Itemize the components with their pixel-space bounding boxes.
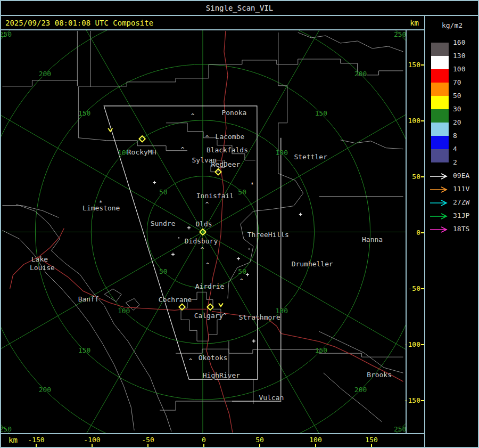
- ring-label: 50: [159, 188, 168, 196]
- bottom-axis-label: 150: [365, 436, 377, 444]
- station-row: 31JP: [425, 209, 479, 223]
- city-label: Vulcan: [259, 394, 284, 402]
- ring-label: 50: [238, 267, 246, 275]
- plus-marker: [171, 252, 175, 256]
- caret-marker: ^: [205, 201, 209, 208]
- city-label: Lake: [31, 255, 48, 263]
- city-label: Louise: [30, 264, 55, 272]
- legend-value: 70: [453, 78, 461, 86]
- ring-label: 150: [78, 109, 90, 117]
- legend-swatch: [431, 149, 449, 162]
- bottom-axis-tick: [92, 444, 93, 447]
- legend-swatch: [431, 43, 449, 56]
- legend-swatch: [431, 96, 449, 109]
- station-label: 27ZW: [453, 198, 469, 206]
- bottom-axis-tick: [203, 444, 204, 447]
- legend-value: 100: [453, 65, 465, 73]
- city-label: Didsbury: [185, 237, 218, 245]
- ring-label: 200: [39, 70, 51, 78]
- right-axis-label: -50: [408, 284, 420, 292]
- legend-value: 160: [453, 38, 465, 46]
- legend-title: kg/m2: [425, 21, 479, 29]
- timestamp-bar: 2025/09/23 08:01:08 UTC Composite km: [1, 16, 424, 30]
- station-row: 18TS: [425, 223, 479, 236]
- station-arrow-icon: [430, 199, 450, 206]
- ring-label: 50: [238, 188, 246, 196]
- station-row: 27ZW: [425, 196, 479, 209]
- bottom-axis-label: 100: [309, 436, 321, 444]
- page-title: Single_Scan_VIL: [206, 4, 273, 12]
- ring-label: 100: [118, 307, 130, 315]
- title-bar: Single_Scan_VIL: [1, 1, 478, 16]
- ring-label: 250: [394, 30, 406, 38]
- caret-marker: ^: [205, 134, 209, 141]
- legend-value: 20: [453, 118, 461, 126]
- legend-value: 4: [453, 145, 457, 153]
- km-unit-bottom: km: [9, 436, 18, 444]
- city-label: Innisfail: [196, 192, 234, 200]
- right-axis-label: -150: [404, 396, 420, 404]
- legend-swatch: [431, 56, 449, 69]
- ring-label: 250: [1, 425, 12, 433]
- legend-value: 130: [453, 52, 465, 60]
- bottom-axis-label: -50: [142, 436, 154, 444]
- bottom-axis-label: -100: [84, 436, 100, 444]
- city-label: Blackfalds: [207, 146, 248, 154]
- station-arrow-icon: [430, 226, 450, 233]
- city-label: Airdrie: [195, 282, 225, 290]
- station-label: 31JP: [453, 211, 469, 219]
- ring-label: 50: [159, 267, 168, 275]
- legend-value: 30: [453, 105, 461, 113]
- ring-label: 250: [1, 30, 12, 38]
- caret-marker: ^: [191, 112, 195, 119]
- bottom-axis-label: 50: [255, 436, 264, 444]
- bottom-axis-tick: [315, 444, 316, 447]
- bottom-axis-tick: [147, 444, 148, 447]
- timestamp-text: 2025/09/23 08:01:08 UTC Composite: [5, 19, 153, 27]
- bottom-axis-tick: [371, 444, 372, 447]
- star-marker: *: [251, 181, 254, 188]
- legend-value: 2: [453, 158, 457, 166]
- legend-value: 50: [453, 92, 461, 100]
- plus-marker: [187, 226, 191, 230]
- right-axis-label: -100: [404, 340, 420, 348]
- city-label: ThreeHills: [247, 231, 289, 239]
- legend-swatch: [431, 83, 449, 96]
- ring-label: 250: [394, 425, 406, 433]
- city-label: Cochrane: [159, 296, 192, 304]
- km-unit-top: km: [410, 19, 419, 27]
- legend-swatch: [431, 69, 449, 83]
- station-row: 09EA: [425, 169, 479, 183]
- city-label: Ponoka: [221, 109, 246, 117]
- right-axis-label: 150: [408, 61, 420, 69]
- ring-label: 200: [354, 386, 367, 394]
- storm-vector-marker: [219, 303, 223, 306]
- city-label: Strathmore: [239, 313, 280, 321]
- caret-marker: ^: [189, 357, 193, 364]
- right-axis: 150100500-50-100-150: [406, 30, 425, 433]
- city-label: HighRiver: [203, 371, 240, 379]
- ring-label: 150: [78, 346, 90, 354]
- right-axis-label: 50: [412, 173, 420, 181]
- city-label: Brooks: [367, 371, 392, 379]
- map-canvas[interactable]: 5050505010010010010015015015015020020020…: [1, 30, 406, 433]
- station-arrow-icon: [430, 173, 450, 180]
- caret-marker: ^: [181, 146, 185, 153]
- plus-marker: [299, 213, 302, 216]
- plus-marker: [252, 339, 255, 343]
- city-label: Calgary: [194, 312, 224, 320]
- city-label: Hanna: [362, 235, 383, 243]
- star-marker: *: [99, 199, 103, 206]
- legend-swatch: [431, 109, 449, 123]
- station-arrow-icon: [430, 213, 450, 219]
- station-label: 111V: [453, 185, 469, 193]
- city-label: Sundre: [151, 219, 176, 227]
- bottom-axis-tick: [36, 444, 37, 447]
- city-label: Drumheller: [292, 260, 333, 268]
- bottom-axis-label: 0: [202, 436, 206, 444]
- ring-label: 150: [315, 109, 327, 117]
- caret-marker: ^: [206, 262, 210, 268]
- station-row: 111V: [425, 183, 479, 196]
- city-label: Banff: [78, 295, 99, 303]
- right-axis-label: 0: [416, 229, 420, 237]
